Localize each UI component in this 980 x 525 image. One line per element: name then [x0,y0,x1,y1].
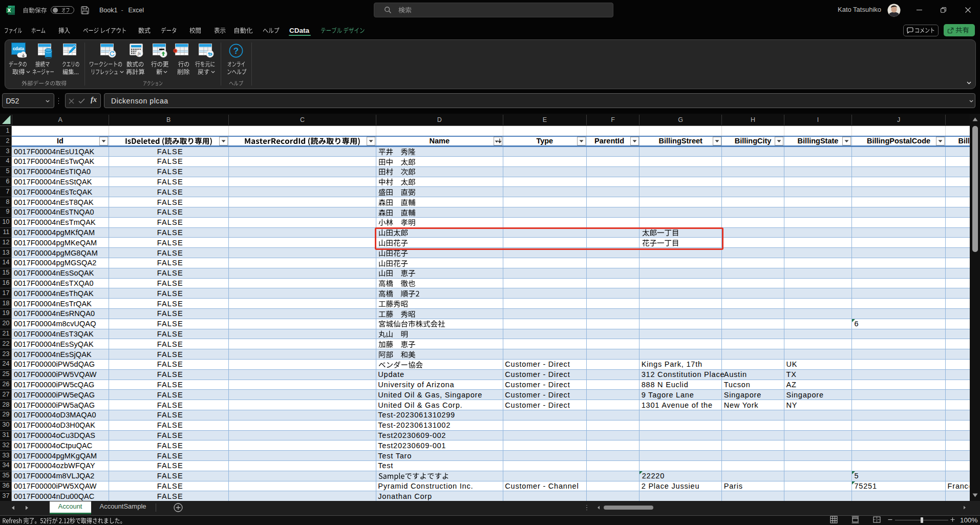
svg-text:cdata: cdata [13,46,24,51]
svg-text:fx: fx [138,51,141,56]
svg-text:?: ? [233,46,239,56]
